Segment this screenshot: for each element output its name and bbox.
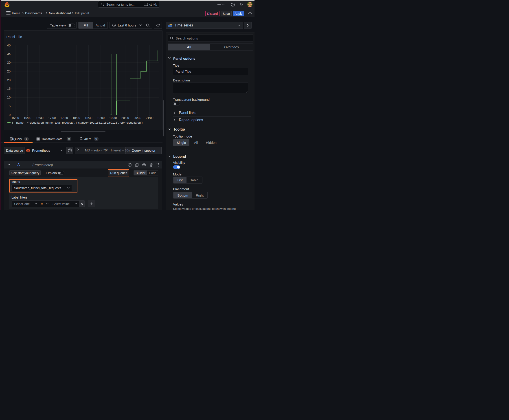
svg-text:21:00: 21:00 — [146, 116, 153, 120]
svg-text:30: 30 — [7, 61, 11, 64]
svg-text:40: 40 — [7, 44, 11, 47]
svg-text:18:00: 18:00 — [73, 116, 80, 120]
svg-text:18:30: 18:30 — [85, 116, 92, 120]
svg-text:25: 25 — [7, 69, 11, 73]
svg-text:20:00: 20:00 — [122, 116, 129, 120]
svg-text:19:00: 19:00 — [97, 116, 105, 120]
svg-text:15: 15 — [7, 87, 11, 90]
svg-text:10: 10 — [7, 96, 11, 99]
svg-text:16:30: 16:30 — [36, 116, 44, 120]
svg-text:20: 20 — [7, 78, 11, 82]
svg-text:15:30: 15:30 — [11, 116, 19, 120]
svg-text:0: 0 — [9, 113, 11, 117]
svg-text:20:30: 20:30 — [134, 116, 141, 120]
svg-text:17:30: 17:30 — [60, 116, 68, 120]
svg-text:17:00: 17:00 — [48, 116, 56, 120]
svg-text:16:00: 16:00 — [24, 116, 31, 120]
svg-text:35: 35 — [7, 52, 11, 56]
svg-text:5: 5 — [9, 104, 11, 108]
svg-text:19:30: 19:30 — [109, 116, 117, 120]
